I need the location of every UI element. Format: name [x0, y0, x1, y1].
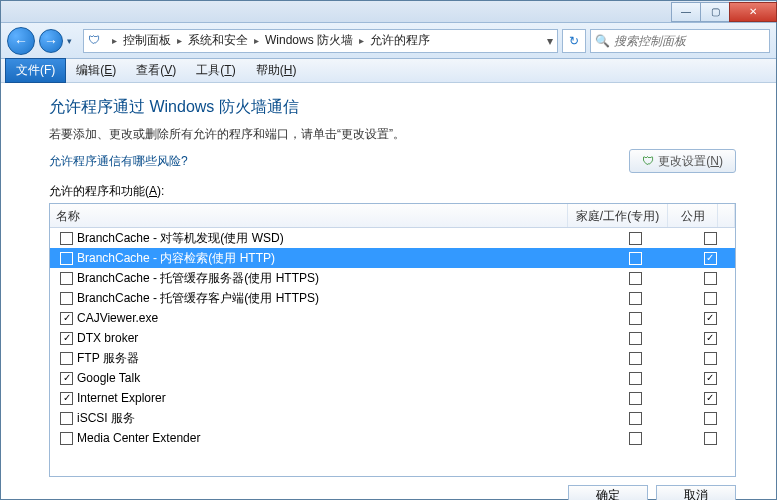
home-checkbox[interactable]: [629, 312, 642, 325]
enable-checkbox[interactable]: [60, 352, 73, 365]
table-row[interactable]: BranchCache - 托管缓存客户端(使用 HTTPS): [50, 288, 735, 308]
dialog-buttons: 确定 取消: [1, 485, 776, 499]
column-header-home[interactable]: 家庭/工作(专用): [568, 204, 668, 227]
enable-checkbox[interactable]: [60, 432, 73, 445]
breadcrumb-sep-icon: ▸: [173, 35, 186, 46]
table-row[interactable]: Media Center Extender: [50, 428, 735, 448]
home-checkbox[interactable]: [629, 392, 642, 405]
forward-button[interactable]: →: [39, 29, 63, 53]
breadcrumb-sep-icon: ▸: [108, 35, 121, 46]
page-heading: 允许程序通过 Windows 防火墙通信: [49, 97, 736, 118]
enable-checkbox[interactable]: [60, 412, 73, 425]
enable-checkbox[interactable]: [60, 272, 73, 285]
refresh-icon: ↻: [569, 34, 579, 48]
refresh-button[interactable]: ↻: [562, 29, 586, 53]
allowed-programs-label: 允许的程序和功能(A):: [49, 183, 736, 200]
menu-help[interactable]: 帮助(H): [246, 62, 307, 79]
table-row[interactable]: ✓Google Talk✓: [50, 368, 735, 388]
title-bar: — ▢ ✕: [1, 1, 776, 23]
enable-checkbox[interactable]: [60, 292, 73, 305]
change-settings-label: 更改设置(N): [658, 153, 723, 170]
minimize-button[interactable]: —: [671, 2, 701, 22]
program-name: DTX broker: [77, 331, 138, 345]
public-checkbox[interactable]: [704, 272, 717, 285]
table-row[interactable]: BranchCache - 托管缓存服务器(使用 HTTPS): [50, 268, 735, 288]
enable-checkbox[interactable]: ✓: [60, 372, 73, 385]
home-checkbox[interactable]: [629, 232, 642, 245]
home-checkbox[interactable]: [629, 352, 642, 365]
shield-icon: 🛡: [88, 33, 104, 49]
public-checkbox[interactable]: ✓: [704, 252, 717, 265]
risk-link[interactable]: 允许程序通信有哪些风险?: [49, 153, 188, 170]
table-row[interactable]: iSCSI 服务: [50, 408, 735, 428]
program-name: iSCSI 服务: [77, 410, 135, 427]
home-checkbox[interactable]: [629, 432, 642, 445]
table-body[interactable]: BranchCache - 对等机发现(使用 WSD)BranchCache -…: [50, 228, 735, 476]
table-row[interactable]: BranchCache - 内容检索(使用 HTTP)✓: [50, 248, 735, 268]
nav-history-dropdown[interactable]: ▾: [67, 36, 79, 46]
enable-checkbox[interactable]: ✓: [60, 312, 73, 325]
forward-arrow-icon: →: [44, 33, 58, 49]
public-checkbox[interactable]: [704, 352, 717, 365]
column-header-name[interactable]: 名称: [50, 204, 568, 227]
table-row[interactable]: ✓DTX broker✓: [50, 328, 735, 348]
program-name: BranchCache - 托管缓存服务器(使用 HTTPS): [77, 270, 319, 287]
change-settings-button[interactable]: 🛡 更改设置(N): [629, 149, 736, 173]
back-button[interactable]: ←: [7, 27, 35, 55]
navigation-bar: ← → ▾ 🛡 ▸ 控制面板 ▸ 系统和安全 ▸ Windows 防火墙 ▸ 允…: [1, 23, 776, 59]
program-name: CAJViewer.exe: [77, 311, 158, 325]
breadcrumb-seg-control-panel[interactable]: 控制面板: [121, 32, 173, 49]
public-checkbox[interactable]: [704, 292, 717, 305]
menu-edit[interactable]: 编辑(E): [66, 62, 126, 79]
search-icon: 🔍: [595, 34, 610, 48]
breadcrumb-seg-windows-firewall[interactable]: Windows 防火墙: [263, 32, 355, 49]
table-row[interactable]: FTP 服务器: [50, 348, 735, 368]
program-name: Media Center Extender: [77, 431, 200, 445]
menu-file[interactable]: 文件(F): [5, 58, 66, 83]
column-header-public[interactable]: 公用: [668, 204, 718, 227]
enable-checkbox[interactable]: [60, 252, 73, 265]
home-checkbox[interactable]: [629, 412, 642, 425]
home-checkbox[interactable]: [629, 372, 642, 385]
uac-shield-icon: 🛡: [642, 154, 654, 168]
home-checkbox[interactable]: [629, 292, 642, 305]
cancel-button[interactable]: 取消: [656, 485, 736, 500]
page-subtext: 若要添加、更改或删除所有允许的程序和端口，请单击“更改设置”。: [49, 126, 736, 143]
search-box[interactable]: 🔍: [590, 29, 770, 53]
breadcrumb-seg-allowed-programs[interactable]: 允许的程序: [368, 32, 432, 49]
enable-checkbox[interactable]: ✓: [60, 332, 73, 345]
breadcrumb-dropdown-icon[interactable]: ▾: [547, 34, 553, 48]
home-checkbox[interactable]: [629, 272, 642, 285]
firewall-allowed-programs-window: — ▢ ✕ ← → ▾ 🛡 ▸ 控制面板 ▸ 系统和安全 ▸ Windows 防…: [0, 0, 777, 500]
public-checkbox[interactable]: ✓: [704, 332, 717, 345]
program-name: BranchCache - 对等机发现(使用 WSD): [77, 230, 284, 247]
close-button[interactable]: ✕: [729, 2, 777, 22]
menu-tools[interactable]: 工具(T): [186, 62, 245, 79]
ok-button[interactable]: 确定: [568, 485, 648, 500]
table-header: 名称 家庭/工作(专用) 公用: [50, 204, 735, 228]
home-checkbox[interactable]: [629, 332, 642, 345]
public-checkbox[interactable]: [704, 232, 717, 245]
public-checkbox[interactable]: ✓: [704, 312, 717, 325]
program-name: Internet Explorer: [77, 391, 166, 405]
table-row[interactable]: ✓Internet Explorer✓: [50, 388, 735, 408]
allowed-programs-table: 名称 家庭/工作(专用) 公用 BranchCache - 对等机发现(使用 W…: [49, 203, 736, 477]
table-row[interactable]: BranchCache - 对等机发现(使用 WSD): [50, 228, 735, 248]
breadcrumb-seg-system-security[interactable]: 系统和安全: [186, 32, 250, 49]
public-checkbox[interactable]: ✓: [704, 392, 717, 405]
program-name: BranchCache - 托管缓存客户端(使用 HTTPS): [77, 290, 319, 307]
table-row[interactable]: ✓CAJViewer.exe✓: [50, 308, 735, 328]
breadcrumb-bar[interactable]: 🛡 ▸ 控制面板 ▸ 系统和安全 ▸ Windows 防火墙 ▸ 允许的程序 ▾: [83, 29, 558, 53]
menu-view[interactable]: 查看(V): [126, 62, 186, 79]
program-name: FTP 服务器: [77, 350, 139, 367]
home-checkbox[interactable]: [629, 252, 642, 265]
public-checkbox[interactable]: [704, 432, 717, 445]
enable-checkbox[interactable]: ✓: [60, 392, 73, 405]
maximize-button[interactable]: ▢: [700, 2, 730, 22]
public-checkbox[interactable]: [704, 412, 717, 425]
enable-checkbox[interactable]: [60, 232, 73, 245]
public-checkbox[interactable]: ✓: [704, 372, 717, 385]
search-input[interactable]: [614, 34, 765, 48]
menu-bar: 文件(F) 编辑(E) 查看(V) 工具(T) 帮助(H): [1, 59, 776, 83]
content-area: 允许程序通过 Windows 防火墙通信 若要添加、更改或删除所有允许的程序和端…: [1, 83, 776, 485]
